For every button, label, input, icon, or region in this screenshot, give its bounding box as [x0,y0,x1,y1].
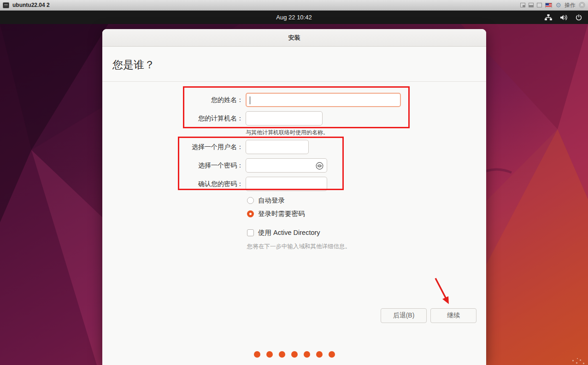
auto-login-label: 自动登录 [258,196,285,205]
progress-dot [279,351,285,358]
active-directory-option[interactable]: 使用 Active Directory [247,229,320,237]
computer-name-label: 您的计算机名： [102,111,243,126]
system-tray[interactable] [544,11,582,24]
vm-app-icon [3,2,9,8]
auto-login-option[interactable]: 自动登录 [247,197,285,204]
username-label: 选择一个用户名： [102,140,243,154]
checkbox-unchecked-icon[interactable] [247,229,254,236]
progress-dot [266,351,273,358]
password-login-label: 登录时需要密码 [258,209,305,218]
vm-titlebar: ubuntu22.04 2 ⚙ 操作 ✕ [0,0,588,11]
eye-icon[interactable] [316,162,323,170]
gnome-top-bar: Aug 22 10:42 [0,11,588,24]
radio-unselected-icon[interactable] [247,197,254,204]
clock[interactable]: Aug 22 10:42 [276,14,312,21]
network-icon [544,14,553,21]
progress-dots [102,351,486,358]
power-icon [575,14,582,21]
installer-title: 安装 [288,34,300,42]
name-label: 您的姓名： [102,93,243,107]
progress-dot [291,351,298,358]
close-icon[interactable]: ✕ [579,2,585,8]
progress-dot [254,351,260,358]
confirm-password-input[interactable] [246,177,327,191]
computer-name-input[interactable] [246,111,323,126]
password-login-option[interactable]: 登录时需要密码 [247,210,305,218]
password-label: 选择一个密码： [102,158,243,173]
installer-header[interactable]: 安装 [102,29,486,47]
active-directory-hint: 您将在下一步中输入域和其他详细信息。 [247,243,351,251]
name-input[interactable] [246,93,401,107]
snap-bottom-icon[interactable] [529,3,534,7]
vm-window-title: ubuntu22.04 2 [12,2,50,8]
snap-corner-icon[interactable] [520,3,525,7]
username-input[interactable] [246,140,309,154]
continue-button[interactable]: 继续 [430,308,476,323]
keyboard-layout-flag-icon[interactable] [545,3,552,8]
vm-actions-menu[interactable]: 操作 [564,1,576,9]
confirm-password-label: 确认您的密码： [102,177,243,191]
back-button[interactable]: 后退(B) [381,308,427,323]
password-input[interactable] [246,158,327,173]
installer-window: 安装 您是谁？ 您的姓名： 您的计算机名： 与其他计算机联络时使用的名称。 选择… [102,29,486,365]
radio-selected-icon[interactable] [247,210,254,217]
progress-dot [304,351,310,358]
divider [102,81,486,82]
text-caret [250,96,250,104]
progress-dot [316,351,323,358]
active-directory-label: 使用 Active Directory [258,228,320,237]
maximize-icon[interactable] [537,3,542,7]
annotation-arrow [102,29,486,365]
volume-icon [559,14,568,21]
progress-dot [329,351,335,358]
gear-icon[interactable]: ⚙ [555,2,561,8]
page-title: 您是谁？ [112,58,155,72]
computer-name-hint: 与其他计算机联络时使用的名称。 [246,129,329,137]
